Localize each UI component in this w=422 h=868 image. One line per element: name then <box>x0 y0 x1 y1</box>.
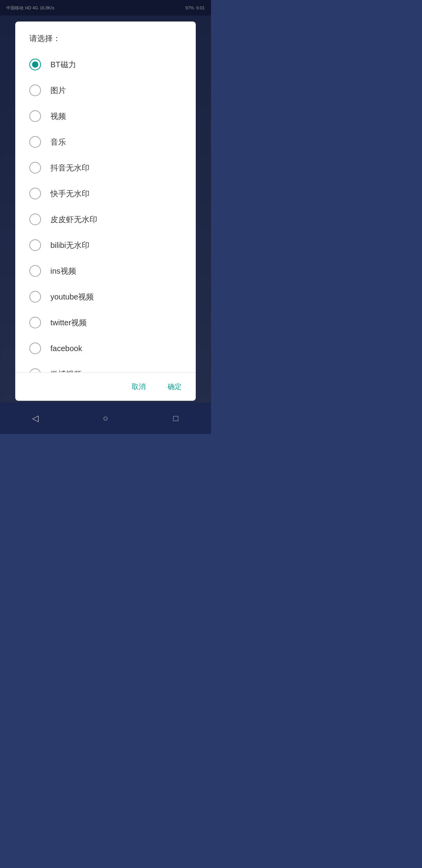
dialog-options-list: BT磁力图片视频音乐抖音无水印快手无水印皮皮虾无水印bilibi无水印ins视频… <box>15 52 196 372</box>
radio-image[interactable] <box>29 84 41 96</box>
option-item-twitter[interactable]: twitter视频 <box>29 310 182 335</box>
option-item-ins[interactable]: ins视频 <box>29 258 182 284</box>
option-label-kuaishou: 快手无水印 <box>50 188 89 199</box>
selection-dialog: 请选择： BT磁力图片视频音乐抖音无水印快手无水印皮皮虾无水印bilibi无水印… <box>15 22 196 401</box>
radio-bt[interactable] <box>29 59 41 70</box>
option-item-kuaishou[interactable]: 快手无水印 <box>29 181 182 206</box>
radio-facebook[interactable] <box>29 343 41 354</box>
dialog-footer: 取消 确定 <box>15 372 196 401</box>
option-label-twitter: twitter视频 <box>50 317 87 328</box>
option-label-music: 音乐 <box>50 137 66 147</box>
option-item-youtube[interactable]: youtube视频 <box>29 284 182 310</box>
radio-douyin[interactable] <box>29 162 41 174</box>
cancel-button[interactable]: 取消 <box>127 379 150 395</box>
option-item-image[interactable]: 图片 <box>29 77 182 103</box>
radio-video[interactable] <box>29 110 41 122</box>
recent-icon: □ <box>173 413 178 423</box>
option-item-pipixia[interactable]: 皮皮虾无水印 <box>29 206 182 232</box>
option-label-pipixia: 皮皮虾无水印 <box>50 214 97 225</box>
option-item-video[interactable]: 视频 <box>29 103 182 129</box>
option-item-weibo[interactable]: 微博视频 <box>29 361 182 372</box>
radio-music[interactable] <box>29 136 41 148</box>
home-button[interactable]: ○ <box>94 411 117 426</box>
home-icon: ○ <box>103 413 108 423</box>
radio-twitter[interactable] <box>29 317 41 328</box>
navigation-bar: ◁ ○ □ <box>0 403 211 434</box>
recent-button[interactable]: □ <box>164 411 188 426</box>
option-label-douyin: 抖音无水印 <box>50 163 89 173</box>
radio-kuaishou[interactable] <box>29 188 41 199</box>
radio-inner-bt <box>32 61 38 68</box>
option-item-bilibili[interactable]: bilibi无水印 <box>29 232 182 258</box>
option-item-douyin[interactable]: 抖音无水印 <box>29 155 182 181</box>
dialog-overlay: 请选择： BT磁力图片视频音乐抖音无水印快手无水印皮皮虾无水印bilibi无水印… <box>0 0 211 434</box>
radio-ins[interactable] <box>29 265 41 277</box>
option-item-music[interactable]: 音乐 <box>29 129 182 155</box>
radio-pipixia[interactable] <box>29 213 41 225</box>
radio-youtube[interactable] <box>29 291 41 303</box>
option-label-bt: BT磁力 <box>50 59 76 70</box>
back-button[interactable]: ◁ <box>23 411 47 426</box>
back-icon: ◁ <box>32 413 39 423</box>
option-label-ins: ins视频 <box>50 266 76 276</box>
option-label-facebook: facebook <box>50 344 82 353</box>
option-label-weibo: 微博视频 <box>50 369 82 373</box>
confirm-button[interactable]: 确定 <box>163 379 186 395</box>
option-label-image: 图片 <box>50 85 66 96</box>
dialog-title: 请选择： <box>15 22 196 52</box>
option-label-video: 视频 <box>50 111 66 122</box>
option-label-youtube: youtube视频 <box>50 292 94 302</box>
radio-weibo[interactable] <box>29 368 41 372</box>
option-item-bt[interactable]: BT磁力 <box>29 52 182 77</box>
option-label-bilibili: bilibi无水印 <box>50 240 89 251</box>
option-item-facebook[interactable]: facebook <box>29 335 182 361</box>
radio-bilibili[interactable] <box>29 239 41 251</box>
